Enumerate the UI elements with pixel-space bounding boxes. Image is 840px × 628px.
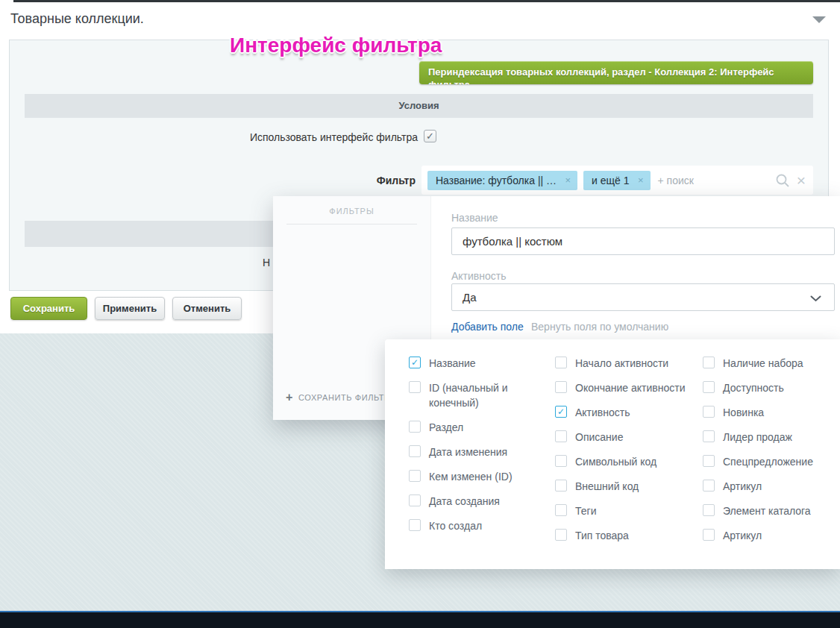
- apply-button[interactable]: Применить: [95, 297, 165, 320]
- field-option[interactable]: Описание: [555, 430, 703, 445]
- clipped-row-text: Н: [263, 257, 270, 269]
- save-filter-label: СОХРАНИТЬ ФИЛЬТР: [298, 393, 390, 402]
- checkbox-icon[interactable]: [703, 357, 715, 368]
- filter-search-field[interactable]: Название: футболка || … × и ещё 1 × + по…: [421, 166, 813, 195]
- field-option-label: Элемент каталога: [723, 503, 811, 518]
- field-option[interactable]: Артикул: [703, 479, 840, 494]
- use-filter-checkbox[interactable]: ✓: [424, 130, 436, 142]
- filter-field-label: Фильтр: [313, 175, 416, 186]
- checkbox-icon[interactable]: [555, 381, 567, 393]
- checkbox-icon[interactable]: [555, 504, 567, 516]
- field-option-label: Активность: [575, 405, 630, 420]
- field-option[interactable]: Символьный код: [555, 454, 703, 469]
- reindex-toast: Периндексация товарных коллекций, раздел…: [419, 61, 813, 84]
- field-option-label: Артикул: [723, 479, 762, 494]
- field-option[interactable]: Дата изменения: [409, 445, 555, 459]
- use-filter-label: Использовать интерфейс фильтра: [0, 131, 418, 143]
- remove-tag-icon[interactable]: ×: [565, 171, 571, 190]
- remove-tag-icon[interactable]: ×: [638, 171, 644, 190]
- filter-tag[interactable]: Название: футболка || … ×: [427, 171, 577, 190]
- field-option[interactable]: Артикул: [703, 528, 840, 543]
- checkbox-icon[interactable]: [555, 357, 567, 368]
- checkbox-icon[interactable]: [703, 406, 715, 418]
- name-field-label: Название: [451, 212, 498, 224]
- field-option[interactable]: Наличие набора: [703, 356, 840, 371]
- filters-sidebar-title: ФИЛЬТРЫ: [273, 207, 430, 216]
- field-option[interactable]: Окончание активности: [555, 380, 703, 395]
- checkbox-icon[interactable]: [409, 519, 421, 531]
- checkbox-icon[interactable]: [409, 421, 421, 433]
- field-option[interactable]: Новинка: [703, 405, 840, 420]
- field-option[interactable]: Спецпредложение: [703, 454, 840, 469]
- checkbox-icon[interactable]: [409, 470, 421, 482]
- checkbox-icon[interactable]: [555, 480, 567, 492]
- checkbox-icon[interactable]: [703, 480, 715, 492]
- field-option-label: Артикул: [723, 528, 762, 543]
- clear-filter-icon[interactable]: ×: [797, 173, 806, 188]
- restore-fields-link[interactable]: Вернуть поля по умолчанию: [531, 321, 668, 333]
- field-column-1: ✓НазваниеID (начальный и конечный)Раздел…: [409, 356, 555, 569]
- field-option[interactable]: ✓Название: [409, 356, 555, 371]
- field-option[interactable]: Лидер продаж: [703, 430, 840, 445]
- field-option-label: Начало активности: [575, 356, 668, 371]
- checkbox-icon[interactable]: [409, 494, 421, 506]
- checkbox-icon[interactable]: [703, 381, 715, 393]
- save-filter-link[interactable]: +СОХРАНИТЬ ФИЛЬТР: [286, 391, 390, 404]
- field-option[interactable]: Тип товара: [555, 528, 703, 543]
- field-option[interactable]: Теги: [555, 503, 703, 518]
- top-border-line: [13, 0, 840, 2]
- checkbox-checked-icon[interactable]: ✓: [409, 357, 421, 368]
- field-option[interactable]: Начало активности: [555, 356, 703, 371]
- field-option-label: Доступность: [723, 380, 784, 395]
- field-option-label: Раздел: [429, 420, 463, 435]
- field-option-label: Кем изменен (ID): [429, 469, 513, 484]
- checkbox-icon[interactable]: [555, 455, 567, 467]
- field-option[interactable]: Дата создания: [409, 494, 555, 509]
- field-option-label: Лидер продаж: [723, 430, 792, 445]
- field-option-label: Спецпредложение: [723, 454, 813, 469]
- chevron-down-icon: [810, 295, 821, 302]
- activity-field-label: Активность: [451, 270, 507, 282]
- checkbox-icon[interactable]: [409, 381, 421, 393]
- filter-tag[interactable]: и ещё 1 ×: [583, 171, 650, 190]
- field-option[interactable]: Внешний код: [555, 479, 703, 494]
- field-option-label: Символьный код: [575, 454, 656, 469]
- conditions-section-header: Условия: [25, 94, 813, 118]
- checkbox-icon[interactable]: [703, 430, 715, 442]
- field-option-label: Тип товара: [575, 528, 629, 543]
- checkbox-icon[interactable]: [703, 504, 715, 516]
- field-column-2: Начало активностиОкончание активности✓Ак…: [555, 356, 703, 569]
- filter-tag-label: Название: футболка || …: [436, 175, 557, 186]
- plus-icon: +: [286, 391, 293, 404]
- filter-tag-label: и ещё 1: [592, 175, 629, 186]
- search-placeholder[interactable]: + поиск: [658, 175, 694, 186]
- collapse-caret-icon[interactable]: [812, 16, 826, 23]
- add-field-link[interactable]: Добавить поле: [451, 321, 524, 333]
- field-option-label: ID (начальный и конечный): [429, 380, 541, 410]
- page-title: Товарные коллекции.: [10, 11, 144, 27]
- checkbox-icon[interactable]: [703, 529, 715, 541]
- name-field-input[interactable]: футболка || костюм: [451, 227, 835, 255]
- save-button[interactable]: Сохранить: [10, 297, 87, 320]
- field-option-label: Новинка: [723, 405, 764, 420]
- checkbox-icon[interactable]: [555, 430, 567, 442]
- search-icon[interactable]: [775, 173, 790, 188]
- field-option-label: Дата изменения: [429, 445, 507, 459]
- field-option[interactable]: Доступность: [703, 380, 840, 395]
- field-option[interactable]: Элемент каталога: [703, 503, 840, 518]
- activity-select-value: Да: [463, 291, 477, 304]
- field-option[interactable]: ID (начальный и конечный): [409, 380, 555, 410]
- activity-select[interactable]: Да: [451, 283, 835, 311]
- sidebar-divider: [286, 224, 417, 224]
- cancel-button[interactable]: Отменить: [172, 297, 242, 320]
- field-option[interactable]: ✓Активность: [555, 405, 703, 420]
- checkbox-icon[interactable]: [703, 455, 715, 467]
- field-option-label: Кто создал: [429, 518, 482, 533]
- field-option-label: Окончание активности: [575, 380, 686, 395]
- field-option[interactable]: Кто создал: [409, 518, 555, 533]
- field-option[interactable]: Раздел: [409, 420, 555, 435]
- checkbox-checked-icon[interactable]: ✓: [555, 406, 567, 418]
- checkbox-icon[interactable]: [409, 445, 421, 457]
- field-option[interactable]: Кем изменен (ID): [409, 469, 555, 484]
- checkbox-icon[interactable]: [555, 529, 567, 541]
